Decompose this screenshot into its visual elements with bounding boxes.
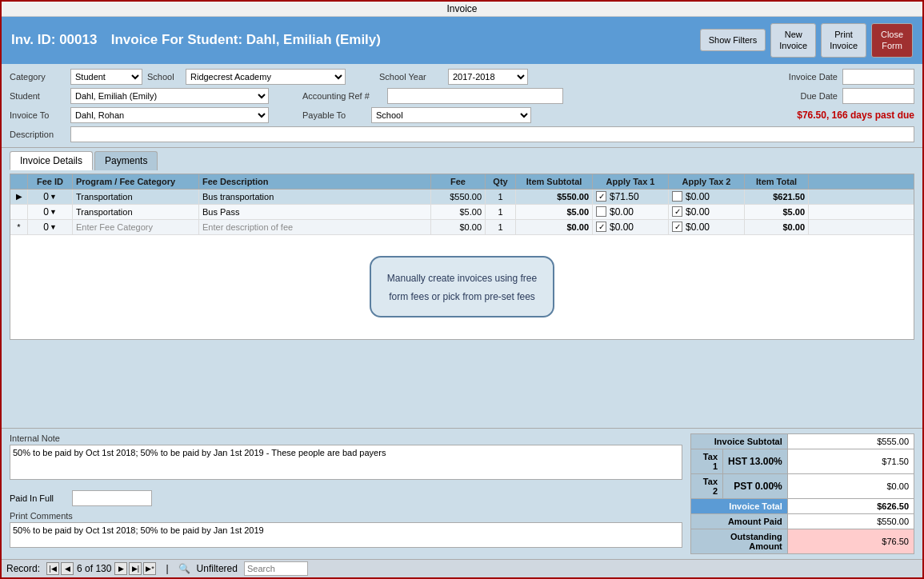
invoice-date-input[interactable]: 13-Sep-18 [842,69,914,85]
header-buttons: Show Filters New Invoice Print Invoice C… [700,23,913,58]
row3-fee-id[interactable]: 0▼ [28,220,73,234]
payable-to-label: Payable To [302,110,366,120]
tooltip-text: Manually create invoices using free form… [387,273,537,302]
row2-tax1-value: $0.00 [610,206,634,218]
nav-controls: |◀ ◀ 6 of 130 ▶ ▶| ▶* [46,562,156,575]
row1-subtotal: $550.00 [516,190,593,204]
window-title: Invoice [446,3,477,14]
row2-qty[interactable]: 1 [486,205,516,219]
student-select[interactable]: Dahl, Emiliah (Emily) [70,88,269,104]
invoice-to-label: Invoice To [10,110,66,120]
row2-fee-id[interactable]: 0▼ [28,205,73,219]
show-filters-button[interactable]: Show Filters [700,29,766,51]
invoice-for-student: Invoice For Student: Dahl, Emiliah (Emil… [111,32,381,47]
record-label: Record: [6,563,40,574]
category-select[interactable]: Student [70,69,142,85]
school-year-select[interactable]: 2017-2018 [448,69,528,85]
print-comments-label: Print Comments [10,511,82,521]
row2-tax2-checkbox[interactable] [672,206,682,217]
new-invoice-button[interactable]: New Invoice [770,23,816,58]
row1-tax2-checkbox[interactable] [672,191,682,202]
tabs-section: Invoice Details Payments [2,148,922,170]
tax1-label: Tax 1 [691,449,723,474]
paid-in-full-row: Paid In Full [10,490,682,506]
school-label: School [147,72,181,82]
row3-qty[interactable]: 1 [486,220,516,234]
student-label: Student [10,91,66,101]
row1-fee[interactable]: $550.00 [431,190,486,204]
invoice-to-select[interactable]: Dahl, Rohan [70,107,269,123]
tab-payments[interactable]: Payments [94,151,158,170]
summary-subtotal-row: Invoice Subtotal $555.00 [691,434,914,449]
th-total: Item Total [745,174,809,189]
header: Inv. ID: 00013 Invoice For Student: Dahl… [2,17,922,64]
summary-amount-paid-row: Amount Paid $550.00 [691,514,914,529]
summary-total-row: Invoice Total $626.50 [691,499,914,514]
form-section: Category Student School Ridgecrest Acade… [2,64,922,148]
tax1-name: HST 13.00% [723,449,788,474]
form-row-1: Category Student School Ridgecrest Acade… [10,69,914,85]
row1-tax1-value: $71.50 [610,191,639,202]
row3-fee[interactable]: $0.00 [431,220,486,234]
th-fee: Fee [431,174,486,189]
internal-note-group: Internal Note 50% to be paid by Oct 1st … [10,433,682,482]
invoice-total-label: Invoice Total [691,499,788,514]
print-invoice-button[interactable]: Print Invoice [821,23,866,58]
tooltip-box: Manually create invoices using free form… [370,256,554,317]
filler-area: Manually create invoices using free form… [10,235,914,339]
th-tax2: Apply Tax 2 [669,174,745,189]
school-select[interactable]: Ridgecrest Academy [186,69,346,85]
form-row-3: Invoice To Dahl, Rohan Payable To School… [10,107,914,123]
row3-tax1-checkbox[interactable] [596,222,606,232]
tax2-name: PST 0.00% [723,474,788,499]
row1-tax1-checkbox[interactable] [596,191,606,202]
row2-total: $5.00 [745,205,809,219]
amount-paid-value: $550.00 [787,514,914,529]
row3-description[interactable]: Enter description of fee [199,220,431,234]
row2-program[interactable]: Transportation [73,205,199,219]
description-input[interactable]: Bus Fees [70,126,914,142]
nav-first-button[interactable]: |◀ [46,562,59,575]
tab-invoice-details[interactable]: Invoice Details [10,151,93,170]
row1-qty[interactable]: 1 [486,190,516,204]
row2-fee[interactable]: $5.00 [431,205,486,219]
row2-tax1-checkbox[interactable] [596,206,606,217]
row1-total: $621.50 [745,190,809,204]
internal-note-row: Internal Note [10,433,682,443]
due-date-input[interactable]: 13-Aug-18 [842,88,914,104]
tax1-value: $71.50 [787,449,914,474]
th-program: Program / Fee Category [73,174,199,189]
form-row-2: Student Dahl, Emiliah (Emily) Accounting… [10,88,914,104]
nav-last-button[interactable]: ▶| [129,562,142,575]
print-comments-group: Print Comments 50% to be paid by Oct 1st… [10,511,682,550]
paid-in-full-input[interactable] [72,490,152,506]
search-input[interactable] [244,561,308,576]
nav-prev-button[interactable]: ◀ [61,562,74,575]
inv-id: Inv. ID: 00013 [11,32,97,47]
internal-note-textarea[interactable]: 50% to be paid by Oct 1st 2018; 50% to b… [10,445,682,480]
table-row: 0▼ Transportation Bus Pass $5.00 1 $5.00… [10,205,914,220]
row3-program[interactable]: Enter Fee Category [73,220,199,234]
row2-description[interactable]: Bus Pass [199,205,431,219]
row1-fee-id[interactable]: 0▼ [28,190,73,204]
nav-new-button[interactable]: ▶* [143,562,156,575]
summary-outstanding-row: Outstanding Amount $76.50 [691,529,914,554]
close-form-button[interactable]: Close Form [871,23,913,58]
th-description: Fee Description [199,174,431,189]
row1-description[interactable]: Bus transportation [199,190,431,204]
payable-to-select[interactable]: School [371,107,531,123]
row3-tax1-value: $0.00 [610,222,634,233]
main-window: Invoice Inv. ID: 00013 Invoice For Stude… [0,0,924,579]
row-indicator-1: ▶ [10,190,28,204]
accounting-ref-input[interactable]: 65758987 [387,88,563,104]
th-fee-id: Fee ID [28,174,73,189]
row-indicator-3: * [10,220,28,234]
nav-next-button[interactable]: ▶ [114,562,127,575]
row3-total: $0.00 [745,220,809,234]
print-comments-textarea[interactable]: 50% to be paid by Oct 1st 2018; 50% to b… [10,522,682,548]
row1-program[interactable]: Transportation [73,190,199,204]
filter-label: Unfiltered [197,563,238,574]
row3-tax2-checkbox[interactable] [672,222,682,232]
row1-tax1: $71.50 [593,190,669,204]
print-comments-row: Print Comments [10,511,682,521]
